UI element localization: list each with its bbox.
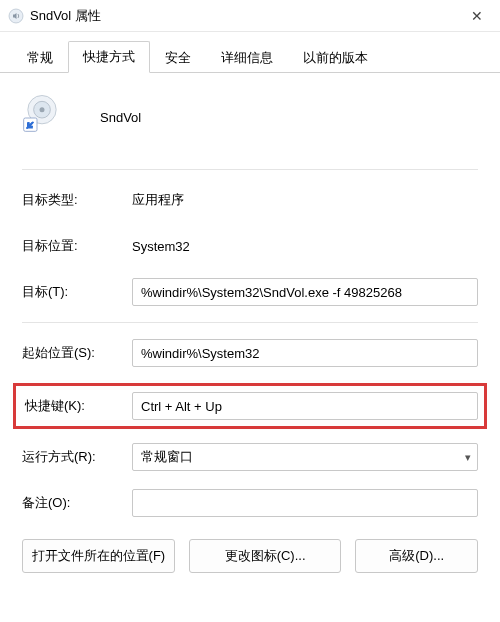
input-start-in[interactable] bbox=[132, 339, 478, 367]
input-shortcut-key[interactable] bbox=[132, 392, 478, 420]
tab-strip: 常规 快捷方式 安全 详细信息 以前的版本 bbox=[0, 32, 500, 73]
shortcut-form: 目标类型: 应用程序 目标位置: System32 目标(T): 起始位置(S)… bbox=[22, 184, 478, 573]
label-shortcut-key: 快捷键(K): bbox=[22, 397, 132, 415]
label-run: 运行方式(R): bbox=[22, 448, 132, 466]
svg-point-3 bbox=[40, 107, 45, 112]
tab-label: 详细信息 bbox=[221, 50, 273, 65]
advanced-button[interactable]: 高级(D)... bbox=[355, 539, 478, 573]
tab-details[interactable]: 详细信息 bbox=[206, 42, 288, 73]
app-large-icon bbox=[22, 93, 70, 141]
tab-label: 安全 bbox=[165, 50, 191, 65]
row-comment: 备注(O): bbox=[22, 487, 478, 519]
input-comment[interactable] bbox=[132, 489, 478, 517]
select-run-value: 常规窗口 bbox=[141, 448, 193, 466]
value-target-type: 应用程序 bbox=[132, 191, 478, 209]
tab-label: 以前的版本 bbox=[303, 50, 368, 65]
app-header: SndVol bbox=[22, 89, 478, 145]
row-run: 运行方式(R): 常规窗口 ▾ bbox=[22, 441, 478, 473]
open-file-location-button[interactable]: 打开文件所在的位置(F) bbox=[22, 539, 175, 573]
app-name: SndVol bbox=[100, 110, 141, 125]
chevron-down-icon: ▾ bbox=[465, 451, 471, 464]
tab-label: 快捷方式 bbox=[83, 49, 135, 64]
input-target[interactable] bbox=[132, 278, 478, 306]
tab-security[interactable]: 安全 bbox=[150, 42, 206, 73]
row-target-location: 目标位置: System32 bbox=[22, 230, 478, 262]
tab-shortcut[interactable]: 快捷方式 bbox=[68, 41, 150, 73]
tab-label: 常规 bbox=[27, 50, 53, 65]
row-shortcut-key-highlight: 快捷键(K): bbox=[13, 383, 487, 429]
tab-previous-versions[interactable]: 以前的版本 bbox=[288, 42, 383, 73]
row-start-in: 起始位置(S): bbox=[22, 337, 478, 369]
row-target-type: 目标类型: 应用程序 bbox=[22, 184, 478, 216]
label-target: 目标(T): bbox=[22, 283, 132, 301]
button-label: 更改图标(C)... bbox=[225, 547, 306, 565]
value-target-location: System32 bbox=[132, 239, 478, 254]
label-comment: 备注(O): bbox=[22, 494, 132, 512]
tab-general[interactable]: 常规 bbox=[12, 42, 68, 73]
row-target: 目标(T): bbox=[22, 276, 478, 308]
titlebar-app-icon bbox=[8, 8, 24, 24]
properties-window: SndVol 属性 ✕ 常规 快捷方式 安全 详细信息 以前的版本 bbox=[0, 0, 500, 622]
select-run[interactable]: 常规窗口 ▾ bbox=[132, 443, 478, 471]
label-start-in: 起始位置(S): bbox=[22, 344, 132, 362]
label-target-location: 目标位置: bbox=[22, 237, 132, 255]
separator bbox=[22, 169, 478, 170]
close-icon: ✕ bbox=[471, 8, 483, 24]
button-label: 打开文件所在的位置(F) bbox=[32, 547, 166, 565]
change-icon-button[interactable]: 更改图标(C)... bbox=[189, 539, 342, 573]
window-title: SndVol 属性 bbox=[30, 7, 454, 25]
button-row: 打开文件所在的位置(F) 更改图标(C)... 高级(D)... bbox=[22, 539, 478, 573]
button-label: 高级(D)... bbox=[389, 547, 444, 565]
close-button[interactable]: ✕ bbox=[454, 0, 500, 32]
titlebar: SndVol 属性 ✕ bbox=[0, 0, 500, 32]
separator bbox=[22, 322, 478, 323]
label-target-type: 目标类型: bbox=[22, 191, 132, 209]
tab-content-shortcut: SndVol 目标类型: 应用程序 目标位置: System32 目标(T): … bbox=[0, 73, 500, 622]
